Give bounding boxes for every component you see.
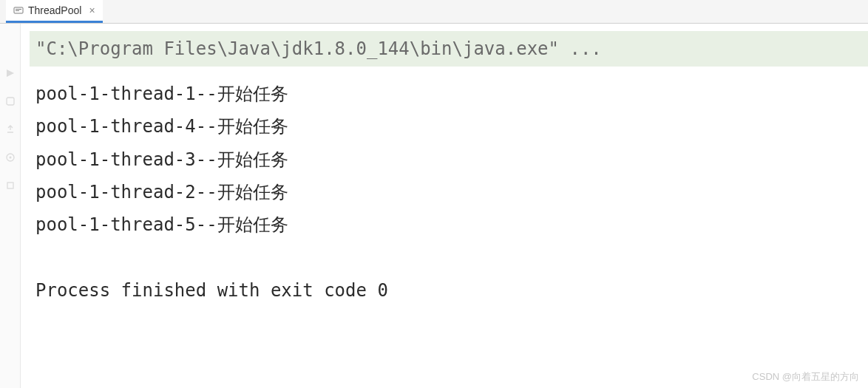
output-line: pool-1-thread-1--开始任务 xyxy=(35,78,868,110)
gutter-icon-2[interactable] xyxy=(5,96,16,109)
svg-rect-6 xyxy=(7,183,13,188)
console-output[interactable]: "C:\Program Files\Java\jdk1.8.0_144\bin\… xyxy=(21,24,868,388)
tab-threadpool[interactable]: ThreadPool × xyxy=(6,0,103,23)
run-config-icon xyxy=(13,5,24,16)
svg-rect-1 xyxy=(16,9,21,10)
output-line: pool-1-thread-5--开始任务 xyxy=(35,208,868,241)
close-icon[interactable]: × xyxy=(89,4,95,16)
gutter-icon-5[interactable] xyxy=(5,180,16,194)
tab-bar: ThreadPool × xyxy=(0,0,868,24)
gutter-icon-4[interactable] xyxy=(5,152,16,166)
gutter xyxy=(0,24,21,388)
svg-point-5 xyxy=(9,157,11,159)
gutter-icon-3[interactable] xyxy=(5,124,16,137)
output-line: pool-1-thread-2--开始任务 xyxy=(35,176,868,208)
blank-line xyxy=(35,242,868,274)
svg-rect-2 xyxy=(16,10,19,11)
svg-rect-3 xyxy=(7,98,14,105)
output-line: pool-1-thread-3--开始任务 xyxy=(35,143,868,176)
watermark: CSDN @向着五星的方向 xyxy=(752,370,859,384)
main-area: "C:\Program Files\Java\jdk1.8.0_144\bin\… xyxy=(0,24,868,388)
process-finished-line: Process finished with exit code 0 xyxy=(35,274,868,307)
command-line: "C:\Program Files\Java\jdk1.8.0_144\bin\… xyxy=(30,31,868,67)
output-line: pool-1-thread-4--开始任务 xyxy=(35,110,868,143)
tab-label: ThreadPool xyxy=(28,4,81,16)
gutter-icon-1[interactable] xyxy=(5,68,16,81)
